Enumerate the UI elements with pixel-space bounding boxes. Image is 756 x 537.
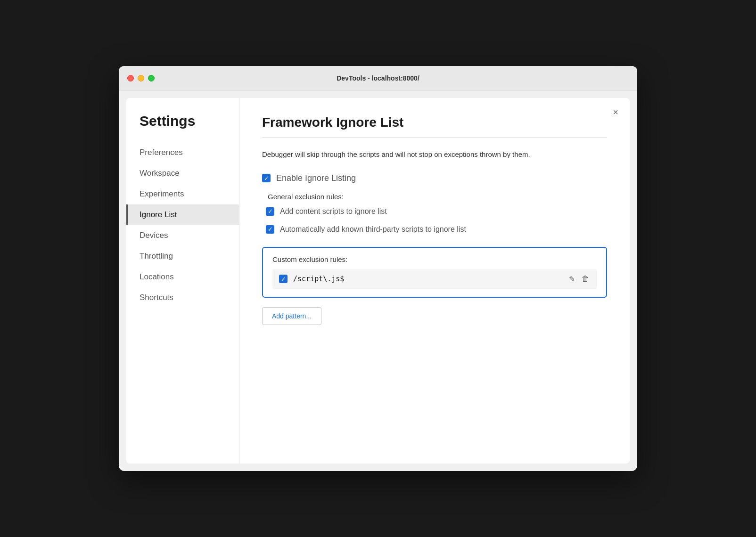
rule-actions: ✎ 🗑 (568, 274, 590, 285)
sidebar-item-locations[interactable]: Locations (126, 267, 239, 287)
general-exclusion-title: General exclusion rules: (268, 193, 607, 201)
title-divider (262, 138, 607, 138)
table-row: ✓ /script\.js$ ✎ 🗑 (272, 269, 597, 289)
general-rule-2-row: ✓ Automatically add known third-party sc… (266, 225, 607, 234)
page-description: Debugger will skip through the scripts a… (262, 149, 607, 160)
window-title: DevTools - localhost:8000/ (337, 74, 419, 82)
custom-exclusion-title: Custom exclusion rules: (272, 255, 597, 263)
page-title: Framework Ignore List (262, 115, 607, 130)
checkmark-icon: ✓ (268, 208, 273, 214)
checkmark-icon: ✓ (281, 276, 286, 282)
close-traffic-light[interactable] (127, 75, 134, 81)
enable-ignore-listing-label: Enable Ignore Listing (276, 173, 356, 183)
general-rule-1-checkbox[interactable]: ✓ (266, 207, 274, 216)
sidebar: Settings Preferences Workspace Experimen… (126, 98, 239, 464)
sidebar-item-devices[interactable]: Devices (126, 225, 239, 246)
enable-ignore-listing-row: ✓ Enable Ignore Listing (262, 173, 607, 183)
main-content: × Framework Ignore List Debugger will sk… (239, 98, 630, 464)
minimize-traffic-light[interactable] (138, 75, 144, 81)
sidebar-item-label: Ignore List (140, 210, 177, 220)
sidebar-item-shortcuts[interactable]: Shortcuts (126, 287, 239, 308)
custom-rule-1-checkbox[interactable]: ✓ (279, 275, 288, 283)
general-rule-2-checkbox[interactable]: ✓ (266, 225, 274, 234)
sidebar-item-label: Shortcuts (140, 293, 173, 302)
general-rules-section: General exclusion rules: ✓ Add content s… (266, 193, 607, 234)
sidebar-item-label: Workspace (140, 169, 180, 178)
sidebar-item-label: Preferences (140, 148, 183, 157)
trash-icon: 🗑 (582, 275, 589, 283)
edit-rule-button[interactable]: ✎ (568, 274, 576, 285)
sidebar-item-label: Devices (140, 231, 168, 240)
sidebar-item-experiments[interactable]: Experiments (126, 184, 239, 204)
maximize-traffic-light[interactable] (148, 75, 155, 81)
sidebar-item-throttling[interactable]: Throttling (126, 246, 239, 267)
general-rule-2-label: Automatically add known third-party scri… (280, 225, 466, 234)
sidebar-item-workspace[interactable]: Workspace (126, 163, 239, 184)
app-window: DevTools - localhost:8000/ Settings Pref… (119, 66, 637, 471)
sidebar-item-preferences[interactable]: Preferences (126, 142, 239, 163)
sidebar-item-label: Experiments (140, 189, 184, 199)
sidebar-item-label: Locations (140, 272, 174, 282)
add-pattern-button[interactable]: Add pattern... (262, 307, 321, 325)
general-rule-1-row: ✓ Add content scripts to ignore list (266, 207, 607, 216)
enable-ignore-listing-checkbox[interactable]: ✓ (262, 174, 271, 182)
titlebar: DevTools - localhost:8000/ (119, 66, 637, 90)
traffic-lights (127, 75, 155, 81)
pencil-icon: ✎ (569, 275, 575, 283)
custom-rules-box: Custom exclusion rules: ✓ /script\.js$ ✎… (262, 247, 607, 298)
close-button[interactable]: × (613, 107, 618, 117)
checkmark-icon: ✓ (264, 175, 269, 181)
delete-rule-button[interactable]: 🗑 (581, 274, 590, 284)
custom-rule-1-pattern: /script\.js$ (293, 275, 562, 283)
general-rule-1-label: Add content scripts to ignore list (280, 207, 387, 216)
checkmark-icon: ✓ (268, 226, 273, 232)
sidebar-item-ignore-list[interactable]: Ignore List (126, 204, 239, 225)
window-body: Settings Preferences Workspace Experimen… (126, 98, 630, 464)
sidebar-heading: Settings (126, 113, 239, 142)
sidebar-item-label: Throttling (140, 252, 173, 261)
